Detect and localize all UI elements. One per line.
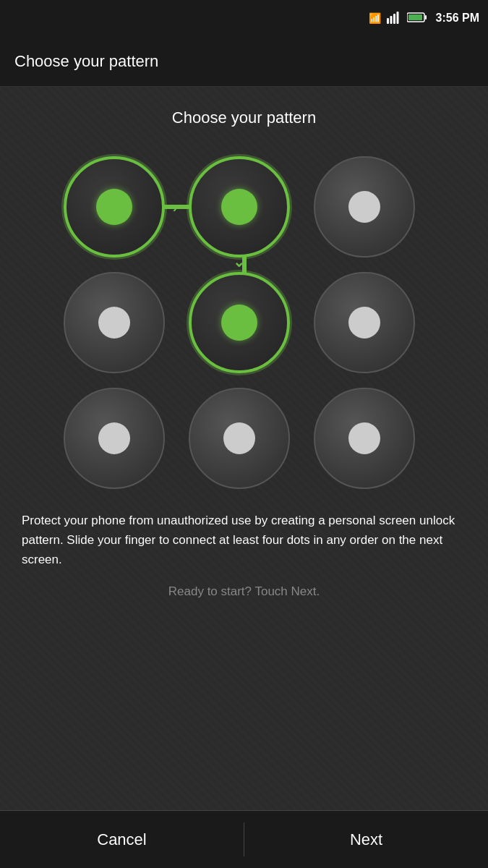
page-title: Choose your pattern — [14, 52, 158, 71]
pattern-dot-7[interactable] — [189, 388, 290, 489]
subtitle: Choose your pattern — [172, 109, 316, 127]
signal-icon — [387, 11, 401, 26]
main-content: Choose your pattern › ⌄ — [0, 87, 488, 810]
pattern-dot-1[interactable]: ⌄ — [189, 156, 290, 258]
arrow-right-0: › — [173, 199, 178, 216]
ready-text: Ready to start? Touch Next. — [161, 584, 327, 599]
battery-icon — [407, 12, 427, 25]
bottom-bar: Cancel Next — [0, 810, 488, 868]
next-button[interactable]: Next — [244, 811, 488, 868]
svg-rect-1 — [390, 16, 392, 24]
wifi-icon: 📶 — [369, 12, 381, 24]
pattern-dot-6[interactable] — [64, 388, 165, 489]
svg-rect-0 — [387, 18, 389, 24]
pattern-dot-4[interactable] — [189, 272, 290, 373]
pattern-dot-2[interactable] — [314, 156, 415, 258]
dot-inner-4 — [221, 305, 257, 341]
pattern-dot-8[interactable] — [314, 388, 415, 489]
svg-rect-5 — [408, 14, 422, 20]
pattern-dot-5[interactable] — [314, 272, 415, 373]
cancel-button[interactable]: Cancel — [0, 811, 244, 868]
description-text: Protect your phone from unauthorized use… — [14, 511, 474, 570]
arrow-down-1: ⌄ — [233, 253, 245, 271]
dot-inner-0 — [96, 189, 132, 225]
dot-inner-1 — [221, 189, 257, 225]
pattern-dot-3[interactable] — [64, 272, 165, 373]
time-display: 3:56 PM — [436, 12, 479, 25]
svg-rect-2 — [393, 14, 395, 24]
dot-inner-6 — [98, 422, 130, 454]
svg-rect-3 — [396, 12, 398, 24]
svg-rect-6 — [425, 15, 427, 20]
dot-inner-7 — [223, 422, 255, 454]
title-bar: Choose your pattern — [0, 36, 488, 87]
dot-inner-2 — [348, 191, 380, 223]
dot-inner-3 — [98, 307, 130, 339]
dot-inner-5 — [348, 307, 380, 339]
dot-inner-8 — [348, 422, 380, 454]
pattern-dot-0[interactable]: › — [64, 156, 165, 258]
status-bar: 📶 3:56 PM — [0, 0, 488, 36]
pattern-grid: › ⌄ — [64, 156, 425, 489]
